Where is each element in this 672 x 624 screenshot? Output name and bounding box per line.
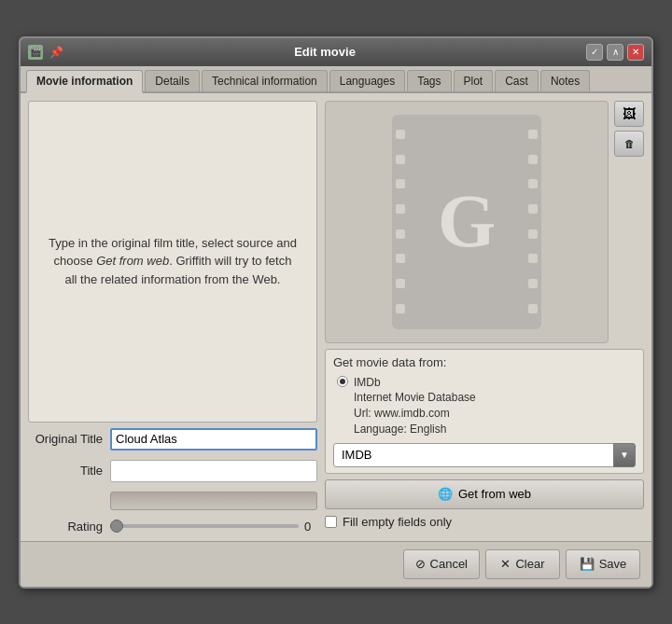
- rating-slider[interactable]: [110, 524, 299, 528]
- film-hole: [396, 130, 405, 139]
- film-holes-right: [525, 115, 541, 329]
- main-content: Type in the original film title, select …: [21, 93, 651, 541]
- film-hole: [528, 179, 538, 188]
- film-hole: [528, 155, 538, 164]
- source-bar-row: [28, 492, 317, 510]
- source-item-imdb[interactable]: IMDb Internet Movie Database Url: www.im…: [333, 373, 636, 439]
- original-title-input[interactable]: [110, 428, 317, 451]
- app-icon: 🎬: [28, 45, 43, 60]
- tab-plot[interactable]: Plot: [454, 70, 494, 91]
- dropdown-wrapper: IMDB ▼: [333, 443, 636, 467]
- cancel-button[interactable]: ⊘ Cancel: [403, 549, 480, 579]
- get-from-web-icon: 🌐: [438, 487, 453, 501]
- poster-buttons: 🖼 🗑: [614, 101, 644, 157]
- minimize-button[interactable]: ✓: [586, 44, 603, 61]
- cancel-label: Cancel: [430, 557, 468, 571]
- original-title-label: Original Title: [28, 432, 103, 446]
- film-hole: [396, 204, 405, 214]
- tab-notes[interactable]: Notes: [540, 70, 590, 91]
- save-label: Save: [599, 557, 627, 571]
- tab-details[interactable]: Details: [145, 70, 200, 91]
- tab-tags[interactable]: Tags: [407, 70, 451, 91]
- title-input[interactable]: [110, 460, 317, 482]
- film-hole: [528, 279, 538, 288]
- poster-area: G 🖼: [325, 101, 644, 343]
- edit-movie-window: 🎬 📌 Edit movie ✓ ∧ ✕ Movie information D…: [19, 36, 653, 589]
- close-button[interactable]: ✕: [627, 44, 644, 61]
- dropdown-arrow-icon[interactable]: ▼: [613, 443, 636, 467]
- pin-icon: 📌: [49, 45, 63, 60]
- data-source-title: Get movie data from:: [333, 355, 636, 369]
- source-url: Url: www.imdb.com: [354, 406, 476, 422]
- save-button[interactable]: 💾 Save: [566, 549, 640, 579]
- left-panel: Type in the original film title, select …: [28, 101, 317, 534]
- title-row: Title: [28, 460, 317, 482]
- source-name: IMDb: [354, 375, 476, 391]
- window-title: Edit movie: [63, 45, 586, 59]
- source-bar: [110, 492, 317, 510]
- film-hole: [528, 304, 538, 313]
- source-radio-imdb[interactable]: [337, 376, 348, 387]
- rating-row: Rating 0: [28, 520, 317, 534]
- film-hole: [396, 179, 405, 188]
- source-info-imdb: IMDb Internet Movie Database Url: www.im…: [354, 375, 476, 437]
- add-poster-button[interactable]: 🖼: [614, 101, 644, 127]
- source-list: IMDb Internet Movie Database Url: www.im…: [333, 373, 636, 439]
- film-hole: [528, 130, 538, 139]
- bottom-bar: ⊘ Cancel ✕ Clear 💾 Save: [21, 541, 651, 587]
- hint-box: Type in the original film title, select …: [28, 101, 317, 423]
- tab-technical-information[interactable]: Technical information: [202, 70, 328, 91]
- rating-label: Rating: [28, 520, 103, 534]
- film-logo: G: [438, 179, 496, 264]
- film-holes-left: [392, 115, 409, 329]
- data-source-section: Get movie data from: IMDb Internet Movie…: [325, 349, 644, 474]
- title-label: Title: [28, 464, 103, 478]
- source-fullname: Internet Movie Database: [354, 390, 476, 406]
- maximize-button[interactable]: ∧: [607, 44, 623, 61]
- film-hole: [396, 155, 405, 164]
- film-strip: G: [392, 115, 541, 329]
- tab-cast[interactable]: Cast: [495, 70, 539, 91]
- right-panel: G 🖼: [325, 101, 644, 534]
- slider-container: 0: [110, 520, 317, 534]
- tab-languages[interactable]: Languages: [329, 70, 405, 91]
- remove-poster-button[interactable]: 🗑: [614, 131, 644, 157]
- clear-button[interactable]: ✕ Clear: [485, 549, 560, 579]
- source-language: Language: English: [354, 422, 476, 437]
- get-from-web-button[interactable]: 🌐 Get from web: [325, 479, 644, 509]
- original-title-row: Original Title: [28, 428, 317, 451]
- fill-empty-row: Fill empty fields only: [325, 515, 644, 529]
- titlebar-left: 🎬 📌: [28, 45, 63, 60]
- film-hole: [528, 204, 538, 214]
- poster-image: G: [325, 101, 609, 343]
- film-hole: [528, 254, 538, 263]
- source-dropdown[interactable]: IMDB: [333, 443, 617, 467]
- fill-empty-label: Fill empty fields only: [343, 515, 452, 529]
- clear-icon: ✕: [500, 557, 511, 571]
- film-hole: [528, 229, 538, 239]
- tab-movie-information[interactable]: Movie information: [26, 70, 143, 93]
- film-hole: [396, 304, 405, 313]
- tab-bar: Movie information Details Technical info…: [21, 66, 651, 93]
- window-controls: ✓ ∧ ✕: [586, 44, 644, 61]
- film-hole: [396, 254, 405, 263]
- film-hole: [396, 279, 405, 288]
- get-from-web-label: Get from web: [458, 487, 531, 501]
- hint-text: Type in the original film title, select …: [48, 234, 298, 289]
- fill-empty-checkbox[interactable]: [325, 516, 337, 528]
- cancel-icon: ⊘: [415, 557, 426, 571]
- titlebar: 🎬 📌 Edit movie ✓ ∧ ✕: [21, 38, 651, 66]
- save-icon: 💾: [580, 557, 595, 571]
- film-hole: [396, 229, 405, 239]
- rating-value: 0: [304, 520, 317, 534]
- clear-label: Clear: [515, 557, 544, 571]
- source-dropdown-row: IMDB ▼: [333, 443, 636, 467]
